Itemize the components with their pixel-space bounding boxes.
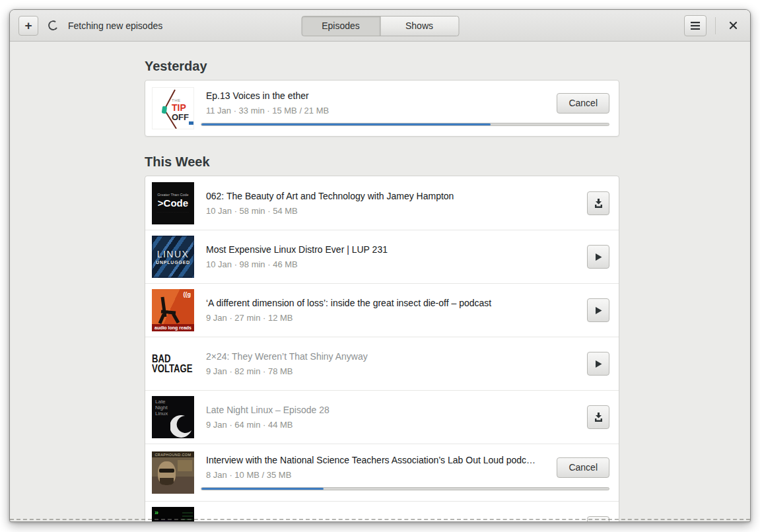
episode-subtitle: 9 Jan · 82 min · 78 MB [206,366,579,376]
episode-row[interactable]: THETIPOFFEp.13 Voices in the ether11 Jan… [145,81,619,136]
logo-text: LINUX [157,249,190,259]
content-area[interactable]: YesterdayTHETIPOFFEp.13 Voices in the et… [10,42,750,522]
window-close-button[interactable] [724,17,742,34]
tab-shows[interactable]: Shows [380,16,459,36]
view-switcher: EpisodesShows [301,16,459,36]
episode-title: 062: The Beauty of Art and Technology wi… [206,191,579,201]
logo-banner: CRAPHOUND.COM [152,451,194,457]
episode-row[interactable]: LINUXUNPLUGGEDMost Expensive Linux Distr… [145,230,619,283]
episode-title: Most Expensive Linux Distro Ever | LUP 2… [206,244,579,255]
refresh-spinner-icon [48,20,59,32]
cancel-button[interactable]: Cancel [557,457,609,478]
podcast-cover-art: LINUXUNPLUGGED [152,236,194,278]
logo-text: BAD [152,354,186,364]
episode-title: 2×24: They Weren’t That Shiny Anyway [206,351,579,362]
episode-subtitle: 9 Jan · 64 min · 44 MB [206,420,579,430]
download-progress-fill [201,123,491,125]
fetch-status-text: Fetching new episodes [68,20,162,31]
download-button[interactable] [587,405,609,429]
download-progressbar [201,487,609,490]
headerbar: + Fetching new episodes EpisodesShows [10,10,750,42]
play-icon [594,359,603,369]
logo-accent-chip [189,121,193,125]
logo-text: THETIPOFF [172,98,189,121]
download-icon [594,198,604,209]
episode-row[interactable]: CRAPHOUND.COMInterview with the National… [145,444,619,501]
app-window: + Fetching new episodes EpisodesShows Ye… [9,9,751,522]
section: YesterdayTHETIPOFFEp.13 Voices in the et… [145,59,619,137]
podcast-cover-art: ((gaudio long reads [152,289,194,331]
scroll-undershoot-indicator [10,519,750,520]
podcast-cover-art: CRAPHOUND.COM [152,451,194,494]
episode-card: Greater Than Code>Code··················… [145,176,619,522]
headerbar-right [684,15,742,36]
episode-subtitle: 10 Jan · 58 min · 54 MB [206,206,579,216]
play-button[interactable] [587,352,609,376]
close-icon [729,21,738,30]
section-header: This Week [145,154,619,170]
episode-title: Interview with the National Science Teac… [206,455,549,465]
download-icon [594,412,604,422]
episode-title: ‘A different dimension of loss’: inside … [206,298,579,308]
episode-subtitle: 9 Jan · 27 min · 12 MB [206,313,579,323]
section-header: Yesterday [145,59,619,74]
download-progress-fill [201,488,324,490]
episode-subtitle: 11 Jan · 33 min · 15 MB / 21 MB [206,106,549,116]
play-button[interactable] [587,298,609,322]
logo-text: Late Night Linux [155,399,168,416]
play-icon [594,306,603,316]
episode-card: THETIPOFFEp.13 Voices in the ether11 Jan… [145,80,619,137]
podcast-cover-art: Greater Than Code>Code··················… [152,182,194,224]
crescent-moon-graphic [170,415,193,438]
episode-row[interactable]: ((gaudio long reads‘A different dimensio… [145,283,619,337]
play-icon [594,252,603,262]
logo-mark: » [155,508,158,516]
logo-text: VOLTAGE [152,364,186,374]
episode-title: Ep.13 Voices in the ether [206,90,549,101]
download-button[interactable] [587,191,609,215]
episodes-list: YesterdayTHETIPOFFEp.13 Voices in the et… [145,42,619,522]
logo-banner: audio long reads [152,324,194,331]
podcast-cover-art: Late Night Linux [152,396,194,438]
logo-text: Greater Than Code [157,193,188,197]
tab-episodes[interactable]: Episodes [301,16,380,36]
download-progressbar [201,123,609,126]
logo-text: UNPLUGGED [156,260,190,265]
hamburger-icon [690,21,701,30]
podcast-cover-art: BADVOLTAGE [152,343,194,385]
podcast-cover-art: THETIPOFF [152,87,194,129]
menu-button[interactable] [684,15,707,36]
headerbar-separator [715,17,716,34]
episode-row[interactable]: Late Night LinuxLate Night Linux – Episo… [145,390,619,444]
episode-row[interactable]: BADVOLTAGE2×24: They Weren’t That Shiny … [145,337,619,390]
episode-subtitle: 8 Jan · 10 MB / 35 MB [206,470,549,480]
logo-text: >Code [158,197,188,209]
episode-subtitle: 10 Jan · 98 min · 46 MB [206,259,579,269]
episode-title: Late Night Linux – Episode 28 [206,405,579,415]
add-podcast-button[interactable]: + [18,16,38,36]
logo-text: ····················· [157,211,190,214]
section: This WeekGreater Than Code>Code·········… [145,154,619,522]
play-button[interactable] [587,245,609,269]
episode-row[interactable]: Greater Than Code>Code··················… [145,176,619,230]
cancel-button[interactable]: Cancel [557,93,609,114]
logo-text: IRL [158,520,179,522]
